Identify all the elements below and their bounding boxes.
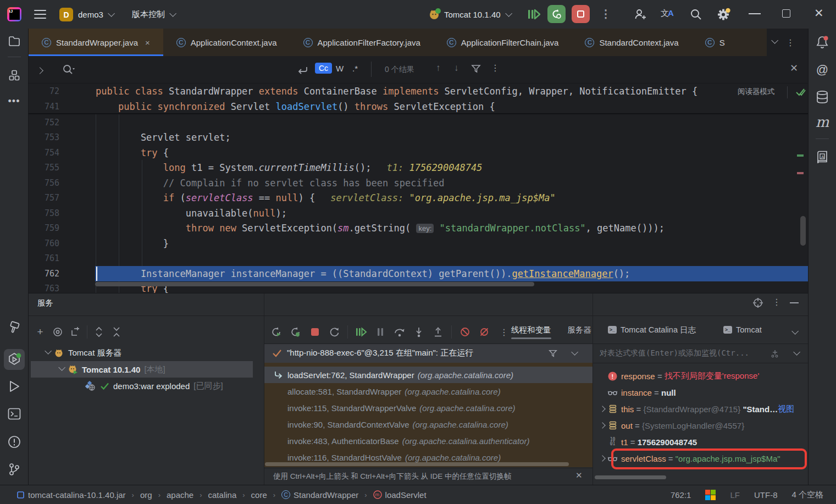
- services-tree-row[interactable]: demo3:war exploded[已同步]: [31, 378, 253, 394]
- stack-frame-row[interactable]: invoke:90, StandardContextValve(org.apac…: [264, 416, 593, 433]
- search-icon[interactable]: [62, 63, 76, 76]
- panel-options-icon[interactable]: ⋮: [772, 297, 781, 307]
- breadcrumb-item[interactable]: org: [140, 490, 152, 500]
- expand-chevron-icon[interactable]: [599, 422, 605, 428]
- view-breakpoints-icon[interactable]: [478, 326, 490, 338]
- notifications-bell-icon[interactable]: [815, 35, 829, 49]
- expanded-chevron-icon[interactable]: [58, 364, 65, 371]
- view-options-icon[interactable]: [52, 326, 64, 338]
- stack-frame-row[interactable]: loadServlet:762, StandardWrapper(org.apa…: [264, 367, 593, 383]
- breadcrumb-item[interactable]: catalina: [208, 490, 237, 500]
- mute-breakpoints-icon[interactable]: [459, 326, 471, 338]
- maven-tool-icon[interactable]: m: [816, 114, 829, 130]
- build-tool-icon[interactable]: [8, 321, 21, 334]
- evaluate-expression-field[interactable]: 对表达式求值(Enter)或添加监视(Ctr...: [593, 344, 808, 363]
- debug-tab[interactable]: 线程和变量: [511, 316, 551, 344]
- line-separator-indicator[interactable]: LF: [730, 490, 740, 500]
- editor-tab[interactable]: CApplicationFilterFactory.java: [290, 29, 434, 56]
- more-tabs-chevron-icon[interactable]: [791, 328, 799, 335]
- search-everywhere-icon[interactable]: [689, 8, 702, 21]
- services-tree-row[interactable]: Tomcat 服务器: [31, 345, 253, 361]
- breadcrumb-item[interactable]: core: [251, 490, 267, 500]
- collapse-all-icon[interactable]: [110, 326, 123, 338]
- variable-row-this[interactable]: this = {StandardWrapper@4715} "Stand…视图: [593, 401, 808, 417]
- ms-logo-icon[interactable]: [705, 490, 716, 500]
- step-over-icon[interactable]: [394, 326, 406, 338]
- rerun-debug-button[interactable]: [547, 5, 566, 23]
- match-case-toggle[interactable]: Cc: [315, 63, 332, 74]
- target-icon[interactable]: [752, 297, 763, 308]
- eval-dropdown-chevron-icon[interactable]: [793, 348, 800, 356]
- breadcrumb-item[interactable]: apache: [167, 490, 193, 500]
- project-tool-icon[interactable]: [8, 36, 20, 47]
- editor-tab[interactable]: CStandardContext.java: [572, 29, 691, 56]
- debug-more-icon[interactable]: ⋮: [500, 327, 508, 337]
- run-config-selector[interactable]: Tomcat 10.1.40: [444, 0, 510, 29]
- editor-tab[interactable]: CStandardWrapper.java×: [29, 29, 163, 56]
- minimize-button[interactable]: [749, 13, 761, 14]
- stack-frame-row[interactable]: invoke:483, AuthenticatorBase(org.apache…: [264, 433, 593, 449]
- debug-tab[interactable]: 服务器: [568, 316, 592, 344]
- breadcrumb-item[interactable]: mloadServlet: [373, 490, 427, 500]
- ai-assistant-icon[interactable]: @: [816, 63, 828, 77]
- step-into-icon[interactable]: [413, 326, 425, 338]
- stack-frame-row[interactable]: allocate:581, StandardWrapper(org.apache…: [264, 383, 593, 400]
- redeploy-icon[interactable]: [328, 326, 340, 338]
- resume-icon[interactable]: [355, 326, 367, 338]
- services-tree-row[interactable]: Tomcat 10.1.40[本地]: [31, 361, 253, 378]
- editor-vscrollbar[interactable]: [800, 216, 806, 246]
- editor-code-area[interactable]: 72public class StandardWrapper extends C…: [29, 84, 808, 293]
- editor-hscrollbar[interactable]: [95, 282, 534, 286]
- close-search-icon[interactable]: ✕: [790, 62, 798, 74]
- vcs-widget[interactable]: 版本控制: [132, 0, 174, 29]
- close-hint-icon[interactable]: ✕: [575, 470, 583, 480]
- terminal-tool-icon[interactable]: [8, 408, 21, 420]
- editor-tab[interactable]: CApplicationContext.java: [163, 29, 290, 56]
- breadcrumb-item[interactable]: CStandardWrapper: [281, 490, 358, 500]
- main-menu-icon[interactable]: [34, 10, 46, 21]
- add-service-icon[interactable]: +: [34, 326, 46, 338]
- search-input[interactable]: [111, 62, 292, 78]
- structure-tool-icon[interactable]: [9, 70, 20, 81]
- pause-icon[interactable]: [374, 326, 386, 338]
- add-tab-icon[interactable]: [69, 326, 81, 338]
- prev-occurrence-icon[interactable]: ↑: [436, 63, 441, 74]
- variable-row-response[interactable]: !response = 找不到局部变量'response': [593, 368, 808, 384]
- rerun-icon[interactable]: [270, 326, 283, 338]
- tab-options-icon[interactable]: ⋮: [786, 37, 795, 48]
- inspections-ok-icon[interactable]: [795, 87, 807, 97]
- hide-panel-icon[interactable]: [790, 302, 799, 303]
- thread-selector[interactable]: "http-nio-888-exec-6"@3,215 在组"main": 正在…: [264, 344, 593, 363]
- debug-tab[interactable]: >_Tomcat Catalina 日志: [608, 316, 696, 344]
- filter-search-icon[interactable]: [470, 63, 481, 74]
- variable-row-instance[interactable]: instance = null: [593, 384, 808, 401]
- variable-row-out[interactable]: out = {SystemLogHandler@4557}: [593, 417, 808, 434]
- hidden-tabs-chevron-icon[interactable]: [771, 37, 778, 44]
- variable-row-t1[interactable]: 1001t1 = 1756290048745: [593, 434, 808, 450]
- settings-gear-icon[interactable]: [716, 7, 731, 22]
- expanded-chevron-icon[interactable]: [45, 347, 52, 355]
- more-tools-icon[interactable]: •••: [8, 96, 20, 107]
- search-options-icon[interactable]: ⋮: [491, 63, 500, 73]
- breadcrumb-item[interactable]: tomcat-catalina-10.1.40.jar: [16, 490, 126, 500]
- encoding-indicator[interactable]: UTF-8: [754, 490, 778, 500]
- expand-all-icon[interactable]: [93, 326, 105, 338]
- stop-button[interactable]: [572, 5, 590, 23]
- more-actions-icon[interactable]: ⋮: [600, 7, 611, 20]
- debug-tab[interactable]: >_Tomcat: [723, 316, 762, 344]
- services-tool-icon[interactable]: [7, 352, 21, 367]
- expand-chevron-icon[interactable]: [599, 455, 605, 461]
- add-watch-icon[interactable]: [770, 349, 780, 358]
- problems-tool-icon[interactable]: [8, 435, 21, 448]
- reader-mode-label[interactable]: 阅读器模式: [738, 87, 775, 97]
- thread-dropdown-chevron-icon[interactable]: [571, 348, 578, 356]
- newline-icon[interactable]: [296, 64, 309, 76]
- vcs-tool-icon[interactable]: [8, 463, 20, 476]
- stop-process-icon[interactable]: [309, 326, 321, 338]
- resume-program-button[interactable]: [527, 7, 541, 21]
- code-with-me-icon[interactable]: [634, 8, 647, 21]
- close-button[interactable]: ✕: [814, 7, 824, 20]
- close-tab-icon[interactable]: ×: [145, 38, 150, 47]
- stack-frame-row[interactable]: invoke:115, StandardWrapperValve(org.apa…: [264, 400, 593, 416]
- step-out-icon[interactable]: [432, 326, 444, 338]
